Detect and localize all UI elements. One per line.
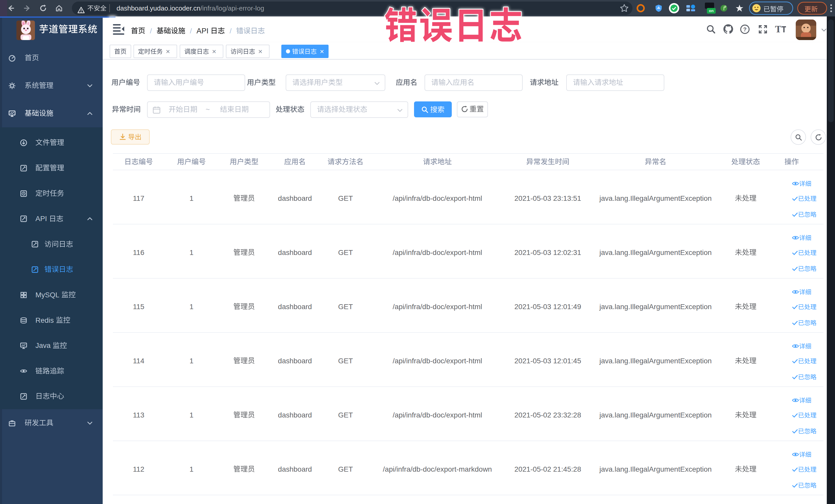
svg-text:T: T <box>775 24 781 35</box>
svg-text:?: ? <box>743 26 747 33</box>
